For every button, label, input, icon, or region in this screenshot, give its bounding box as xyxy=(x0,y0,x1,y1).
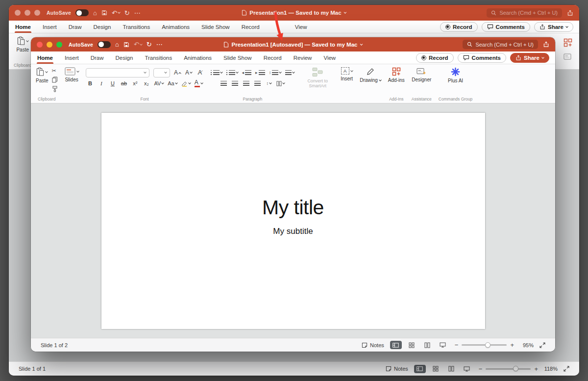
home-icon[interactable]: ⌂ xyxy=(115,41,119,48)
minimize-button[interactable] xyxy=(47,42,52,48)
insert-textbox-button[interactable]: A Insert xyxy=(341,67,353,81)
zoom-slider[interactable] xyxy=(486,368,531,370)
drawing-button[interactable]: Drawing xyxy=(360,67,381,83)
addins-button[interactable]: Add-ins xyxy=(388,67,405,83)
convert-to-smartart-button[interactable]: Convert to SmartArt xyxy=(301,67,334,102)
tab-slideshow[interactable]: Slide Show xyxy=(223,51,252,64)
zoom-out-button[interactable]: − xyxy=(479,366,483,372)
window-title[interactable]: Presentation1 [Autosaved] — Saved to my … xyxy=(224,37,363,51)
zoom-slider-knob[interactable] xyxy=(513,366,518,371)
comments-button[interactable]: Comments xyxy=(458,53,506,63)
redo-icon[interactable]: ↻ xyxy=(124,10,130,16)
front-window[interactable]: AutoSave ⌂ ↶ ↻ ⋯ Presentation1 [Autosave… xyxy=(31,37,555,352)
fullscreen-icon[interactable] xyxy=(539,342,545,348)
home-icon[interactable]: ⌂ xyxy=(93,10,97,16)
text-direction-button[interactable] xyxy=(285,68,294,77)
underline-button[interactable]: U xyxy=(109,79,116,88)
tab-draw[interactable]: Draw xyxy=(90,51,104,64)
increase-font-button[interactable]: A xyxy=(174,68,181,77)
normal-view-button[interactable] xyxy=(414,365,426,373)
tab-transitions[interactable]: Transitions xyxy=(144,51,172,64)
slide-sorter-button[interactable] xyxy=(430,365,441,373)
copy-button[interactable] xyxy=(52,76,58,83)
italic-button[interactable]: I xyxy=(98,79,105,88)
reading-view-button[interactable] xyxy=(421,341,433,349)
reading-view-button[interactable] xyxy=(445,365,457,373)
zoom-slider-knob[interactable] xyxy=(485,342,490,348)
record-button[interactable]: Record xyxy=(416,53,454,63)
more-icon[interactable]: ⋯ xyxy=(156,41,163,48)
subscript-button[interactable]: x₂ xyxy=(143,79,150,88)
slideshow-button[interactable] xyxy=(461,365,473,373)
cut-button[interactable]: ✂ xyxy=(52,68,58,74)
tab-design[interactable]: Design xyxy=(93,21,112,33)
tab-view[interactable]: View xyxy=(294,21,308,33)
zoom-button[interactable] xyxy=(56,42,62,48)
record-button[interactable]: Record xyxy=(440,22,478,32)
close-button[interactable] xyxy=(15,10,21,16)
slides-button[interactable]: Slides xyxy=(65,67,79,82)
tab-home[interactable]: Home xyxy=(15,21,31,33)
back-title-bar[interactable]: AutoSave ⌂ ↶ ↻ ⋯ Presentation1 — Saved t… xyxy=(9,5,579,21)
autosave-toggle[interactable] xyxy=(98,41,111,48)
change-case-button[interactable]: Aa xyxy=(168,79,177,88)
tab-animations[interactable]: Animations xyxy=(183,51,212,64)
tab-animations[interactable]: Animations xyxy=(161,21,190,33)
highlight-button[interactable] xyxy=(181,79,191,88)
tab-draw[interactable]: Draw xyxy=(68,21,82,33)
font-color-button[interactable]: A xyxy=(195,79,203,88)
align-text-button[interactable]: ↕ xyxy=(265,79,272,88)
save-icon[interactable] xyxy=(101,10,107,16)
increase-indent-button[interactable]: ▸ xyxy=(255,68,265,77)
character-spacing-button[interactable]: AV xyxy=(154,79,164,88)
tab-review[interactable]: Review xyxy=(293,51,313,64)
designer-button[interactable]: Designer xyxy=(412,67,431,82)
partial-designer-icon[interactable] xyxy=(564,53,573,61)
fullscreen-icon[interactable] xyxy=(564,366,569,372)
plus-ai-button[interactable]: Plus AI xyxy=(448,67,463,83)
window-title[interactable]: Presentation1 — Saved to my Mac xyxy=(242,5,346,21)
share-icon[interactable] xyxy=(543,41,549,48)
redo-icon[interactable]: ↻ xyxy=(147,41,152,48)
slideshow-button[interactable] xyxy=(437,341,449,349)
paste-button[interactable]: Paste xyxy=(36,67,49,83)
tab-insert[interactable]: Insert xyxy=(42,21,57,33)
tab-home[interactable]: Home xyxy=(37,51,53,64)
front-title-bar[interactable]: AutoSave ⌂ ↶ ↻ ⋯ Presentation1 [Autosave… xyxy=(31,37,555,51)
tab-design[interactable]: Design xyxy=(115,51,134,64)
search-field[interactable]: Search (Cmd + Ctrl + U) xyxy=(487,8,562,18)
zoom-out-button[interactable]: − xyxy=(455,342,459,348)
share-icon[interactable] xyxy=(567,10,573,16)
undo-icon[interactable]: ↶ xyxy=(134,41,142,48)
tab-record[interactable]: Record xyxy=(241,21,260,33)
share-button[interactable]: Share xyxy=(534,22,573,32)
bullets-button[interactable] xyxy=(211,68,222,77)
tab-transitions[interactable]: Transitions xyxy=(122,21,150,33)
share-button[interactable]: Share xyxy=(510,53,549,63)
tab-insert[interactable]: Insert xyxy=(64,51,79,64)
search-field[interactable]: Search (Cmd + Ctrl + U) xyxy=(463,40,538,49)
line-spacing-button[interactable]: ↕ xyxy=(269,68,282,77)
close-button[interactable] xyxy=(37,42,43,48)
partial-addins-icon[interactable] xyxy=(564,38,572,47)
comments-button[interactable]: Comments xyxy=(482,22,530,32)
autosave-toggle[interactable] xyxy=(75,9,89,16)
minimize-button[interactable] xyxy=(24,10,30,16)
tab-record[interactable]: Record xyxy=(263,51,282,64)
normal-view-button[interactable] xyxy=(390,341,402,349)
notes-button[interactable]: Notes xyxy=(362,342,384,348)
font-size-select[interactable] xyxy=(153,68,170,77)
tab-view[interactable]: View xyxy=(323,51,336,64)
zoom-slider[interactable] xyxy=(462,344,507,346)
superscript-button[interactable]: x² xyxy=(131,79,139,88)
strikethrough-button[interactable]: ab xyxy=(120,79,127,88)
numbering-button[interactable] xyxy=(226,68,238,77)
tab-slideshow[interactable]: Slide Show xyxy=(201,21,230,33)
zoom-in-button[interactable]: + xyxy=(534,366,538,372)
bold-button[interactable]: B xyxy=(86,79,94,88)
font-name-select[interactable] xyxy=(86,68,149,77)
decrease-indent-button[interactable]: ◂ xyxy=(242,68,252,77)
paste-button[interactable]: Paste xyxy=(16,36,29,52)
justify-button[interactable] xyxy=(254,79,261,88)
align-center-button[interactable] xyxy=(231,79,239,88)
